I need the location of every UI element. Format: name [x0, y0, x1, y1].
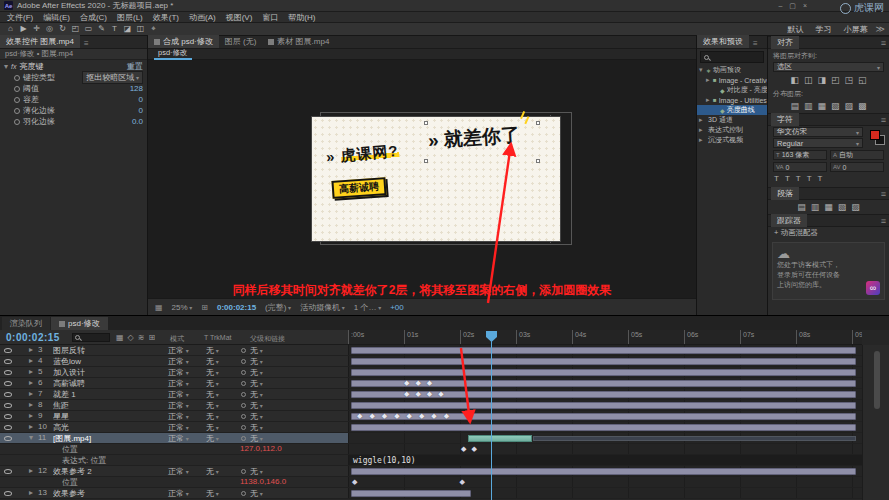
twirl-icon[interactable]: ▸: [29, 400, 37, 409]
table-row[interactable]: ▸ 8 焦距 正常 无 无: [0, 400, 862, 411]
twirl-icon[interactable]: ▸: [29, 378, 37, 387]
trkmat-select[interactable]: 无: [206, 411, 238, 422]
layer-name[interactable]: [图展.mp4]: [53, 433, 131, 444]
layer-name[interactable]: 高光: [53, 422, 131, 433]
align-button-icon[interactable]: ◨: [817, 75, 826, 85]
blend-mode-select[interactable]: 正常: [168, 433, 202, 444]
selection-handle[interactable]: [536, 121, 540, 125]
layer-track[interactable]: [348, 345, 862, 355]
pan-behind-tool-icon[interactable]: ◰: [69, 24, 82, 34]
parent-select[interactable]: 无: [250, 378, 340, 389]
parent-select[interactable]: 无: [250, 411, 340, 422]
twirl-icon[interactable]: ▾: [699, 66, 704, 74]
preset-item[interactable]: ▸ 沉浸式视频: [697, 135, 767, 145]
stopwatch-icon[interactable]: [14, 119, 20, 125]
twirl-icon[interactable]: ▸: [29, 411, 37, 420]
resolution-select[interactable]: (完整): [265, 302, 291, 313]
property-value[interactable]: 抠出较暗区域: [82, 71, 143, 84]
menu-item[interactable]: 编辑(E): [38, 12, 75, 23]
twirl-icon[interactable]: ▸: [699, 136, 704, 144]
eye-icon[interactable]: [4, 425, 12, 430]
kerning-input[interactable]: VA 0: [773, 162, 827, 172]
scrollbar-thumb[interactable]: [874, 351, 880, 409]
timeline-toggle-icon[interactable]: ▦: [116, 333, 124, 342]
property-value[interactable]: 0: [139, 106, 143, 115]
parent-select[interactable]: 无: [250, 345, 340, 356]
menu-item[interactable]: 视图(V): [221, 12, 258, 23]
layer-name[interactable]: 加入设计: [53, 367, 131, 378]
layer-track[interactable]: [348, 488, 862, 498]
artboard[interactable]: » 虎课网? » 就差你了 高薪诚聘: [312, 117, 560, 241]
twirl-icon[interactable]: ▸: [29, 367, 37, 376]
tab-paragraph[interactable]: 段落: [771, 187, 799, 200]
twirl-icon[interactable]: ▸: [29, 488, 37, 497]
trkmat-select[interactable]: 无: [206, 389, 238, 400]
composition-canvas[interactable]: » 虎课网? » 就差你了 高薪诚聘 同样后移其时间对齐就差你了2层，将其移至图…: [148, 60, 696, 298]
blend-mode-select[interactable]: 正常: [168, 356, 202, 367]
trkmat-select[interactable]: 无: [206, 466, 238, 477]
distribute-button-icon[interactable]: ▧: [831, 101, 840, 111]
snapshot-icon[interactable]: ⊞: [201, 303, 208, 312]
timeline-toggle-icon[interactable]: ⊞: [148, 333, 155, 342]
clone-stamp-tool-icon[interactable]: ◫: [134, 24, 147, 34]
type-tool-icon[interactable]: T: [108, 24, 121, 34]
menu-item[interactable]: 图层(L): [112, 12, 148, 23]
effect-property-row[interactable]: 键控类型 抠出较暗区域: [0, 72, 147, 83]
parent-pickwhip-icon[interactable]: [241, 359, 246, 364]
layer-track[interactable]: [348, 422, 862, 432]
parent-pickwhip-icon[interactable]: [241, 370, 246, 375]
workspace-more-icon[interactable]: ≫: [876, 24, 885, 34]
eye-icon[interactable]: [4, 359, 12, 364]
tab-align[interactable]: 对齐: [771, 36, 799, 49]
table-row[interactable]: ▸ 13 效果参考 正常 无 无: [0, 488, 862, 499]
table-row[interactable]: ▸ 3 图层反转 正常 无 无: [0, 345, 862, 356]
paragraph-align-icon[interactable]: ▥: [811, 202, 820, 212]
align-button-icon[interactable]: ◧: [790, 75, 799, 85]
camera-select[interactable]: 活动摄像机: [300, 302, 345, 313]
preset-item[interactable]: ▸ 表达式控制: [697, 125, 767, 135]
twirl-icon[interactable]: ▸: [706, 76, 711, 84]
paragraph-align-icon[interactable]: ▨: [851, 202, 860, 212]
layer-track[interactable]: ◆◆◆◆: [348, 389, 862, 399]
table-row[interactable]: ▸ 5 加入设计 正常 无 无: [0, 367, 862, 378]
layer-duration-bar[interactable]: [351, 347, 856, 354]
menu-item[interactable]: 窗口: [257, 12, 283, 23]
window-button[interactable]: ▢: [789, 2, 796, 10]
current-timecode[interactable]: 0:00:02:15: [6, 332, 60, 343]
distribute-button-icon[interactable]: ▤: [790, 101, 799, 111]
trkmat-select[interactable]: 无: [206, 356, 238, 367]
twirl-icon[interactable]: ▸: [29, 389, 37, 398]
creative-cloud-icon[interactable]: ∞: [866, 281, 880, 295]
trkmat-select[interactable]: 无: [206, 400, 238, 411]
blend-mode-select[interactable]: 正常: [168, 345, 202, 356]
timeline-scrollbar[interactable]: [862, 345, 889, 500]
eye-icon[interactable]: [4, 436, 12, 441]
layer-name[interactable]: 位置: [62, 477, 140, 488]
column-header-parent[interactable]: 父级和链接: [250, 334, 285, 344]
layer-name[interactable]: 位置: [62, 444, 140, 455]
faux-style-button[interactable]: T: [774, 174, 779, 183]
shape-tool-icon[interactable]: ▭: [82, 24, 95, 34]
viewer-timecode[interactable]: 0:00:02:15: [217, 303, 256, 312]
menu-item[interactable]: 帮助(H): [283, 12, 320, 23]
effect-property-row[interactable]: 薄化边缘 0: [0, 105, 147, 116]
selection-handle[interactable]: [424, 159, 428, 163]
tracker-item[interactable]: + 动画混配器: [768, 227, 889, 238]
selected-layer-bar[interactable]: [468, 435, 532, 442]
reset-effect-button[interactable]: 重置: [127, 61, 143, 72]
faux-style-button[interactable]: T: [818, 174, 823, 183]
eye-icon[interactable]: [4, 414, 12, 419]
zoom-tool-icon[interactable]: ◎: [43, 24, 56, 34]
layer-track[interactable]: [348, 433, 862, 443]
twirl-icon[interactable]: ▸: [29, 356, 37, 365]
blend-mode-select[interactable]: 正常: [168, 378, 202, 389]
twirl-icon[interactable]: ▸: [29, 422, 37, 431]
align-to-select[interactable]: 选区: [773, 62, 884, 72]
panel-menu-icon[interactable]: ≡: [881, 216, 886, 226]
property-value[interactable]: 127.0,112.0: [240, 444, 340, 453]
table-row[interactable]: ▸ 9 星星 正常 无 无 ◆◆◆◆◆◆◆◆: [0, 411, 862, 422]
selection-tool-icon[interactable]: ▶: [17, 24, 30, 34]
layer-track[interactable]: [348, 356, 862, 366]
preset-item[interactable]: ▾ ∗ 动画预设: [697, 65, 767, 75]
trkmat-select[interactable]: 无: [206, 422, 238, 433]
